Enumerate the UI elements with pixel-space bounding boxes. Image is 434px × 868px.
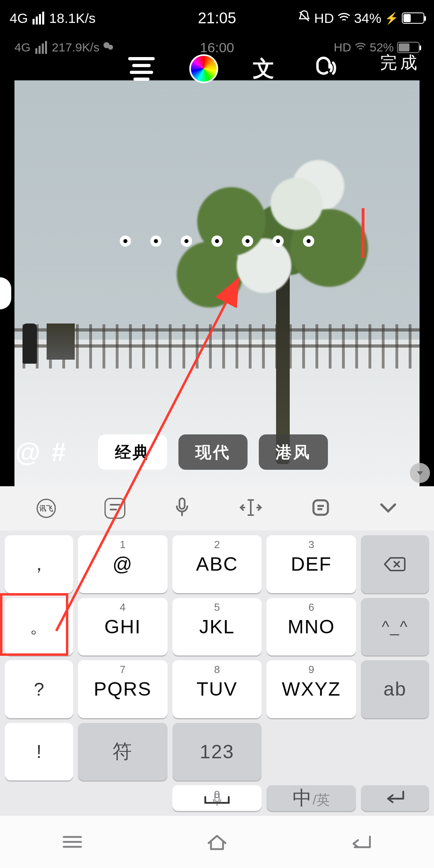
typed-char [120, 235, 131, 247]
key-2-abc[interactable]: 2ABC [172, 535, 262, 593]
keyboard: ， 。 ? 1@ 2ABC 3DEF 4GHI 5JKL 6MNO ^_^ 7P… [0, 530, 434, 816]
editor-toolbar: 文 [0, 47, 434, 91]
ime-voice-button[interactable] [174, 497, 190, 520]
battery-percent: 34% [354, 10, 381, 26]
key-9-wxyz[interactable]: 9WXYZ [266, 660, 356, 718]
typed-char [242, 235, 253, 247]
key-1-at[interactable]: 1@ [78, 535, 168, 593]
ime-brand-button[interactable]: 讯飞 [37, 499, 56, 518]
key-6-mno[interactable]: 6MNO [266, 598, 356, 656]
signal-bars-icon [33, 12, 44, 25]
key-symbols[interactable]: 符 [78, 723, 168, 781]
key-4-ghi[interactable]: 4GHI [78, 598, 168, 656]
ime-toolbar: 讯飞 [0, 486, 434, 530]
ime-phrases-button[interactable] [311, 498, 330, 519]
hd-label: HD [314, 10, 334, 26]
typed-char [272, 235, 284, 247]
clock: 21:05 [198, 10, 236, 27]
key-backspace[interactable] [361, 535, 429, 593]
typed-char [211, 235, 223, 247]
wifi-icon [337, 10, 351, 26]
ime-clipboard-button[interactable] [104, 498, 125, 519]
ime-collapse-button[interactable] [379, 502, 397, 515]
style-chip-row: @ # 经典 现代 港风 [15, 431, 419, 473]
color-picker-button[interactable] [189, 54, 218, 83]
punctuation-column: ， 。 ? [5, 535, 73, 718]
key-space[interactable]: 0 [172, 785, 262, 811]
photo-person [23, 323, 37, 364]
key-3-def[interactable]: 3DEF [266, 535, 356, 593]
scroll-down-button[interactable] [410, 463, 430, 483]
side-handle[interactable] [0, 277, 11, 309]
key-8-tuv[interactable]: 8TUV [172, 660, 262, 718]
svg-rect-3 [313, 500, 328, 515]
style-chip-modern[interactable]: 现代 [178, 434, 248, 470]
photo-tree [178, 151, 379, 464]
outer-status-bar: 4G 18.1K/s 21:05 HD 34% ⚡ [0, 0, 434, 36]
system-navbar [0, 816, 434, 868]
charging-icon: ⚡ [385, 12, 399, 25]
style-chip-classic[interactable]: 经典 [98, 434, 167, 470]
text-to-speech-button[interactable] [309, 54, 338, 83]
key-emoji[interactable]: ^_^ [361, 598, 429, 656]
text-cursor [362, 208, 364, 258]
mention-button[interactable]: @ [15, 437, 40, 467]
nav-recent-button[interactable] [50, 833, 94, 851]
key-5-jkl[interactable]: 5JKL [172, 598, 262, 656]
typed-char [303, 235, 314, 247]
key-exclaim[interactable]: ! [5, 723, 73, 781]
text-align-button[interactable] [128, 57, 155, 81]
key-numbers[interactable]: 123 [172, 723, 262, 781]
typed-char [150, 235, 162, 247]
mute-icon [297, 10, 311, 27]
font-style-button[interactable]: 文 [253, 54, 274, 84]
style-chip-hk[interactable]: 港风 [259, 434, 328, 470]
nav-home-button[interactable] [195, 833, 239, 851]
photo-bush [47, 323, 75, 360]
net-speed: 18.1K/s [49, 10, 95, 26]
svg-rect-2 [180, 498, 185, 509]
key-7-pqrs[interactable]: 7PQRS [78, 660, 168, 718]
key-question[interactable]: ? [5, 660, 73, 718]
text-input-overlay[interactable] [0, 235, 434, 247]
ime-cursor-button[interactable] [239, 499, 262, 518]
key-ab-switch[interactable]: ab [361, 660, 429, 718]
key-enter[interactable] [361, 785, 429, 811]
hashtag-button[interactable]: # [51, 437, 66, 467]
battery-icon [402, 12, 424, 24]
key-language-switch[interactable]: 中 /英 [266, 785, 356, 811]
key-period[interactable]: 。 [5, 598, 73, 656]
nav-back-button[interactable] [340, 833, 384, 851]
network-label: 4G [10, 10, 28, 26]
key-comma[interactable]: ， [5, 535, 73, 593]
typed-char [181, 235, 192, 247]
